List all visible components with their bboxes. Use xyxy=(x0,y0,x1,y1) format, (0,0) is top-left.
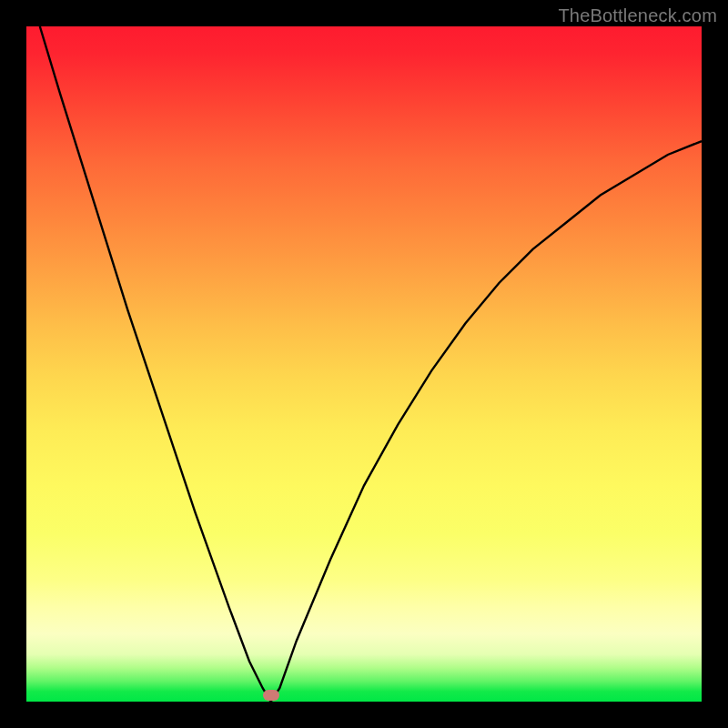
curve-layer xyxy=(26,26,702,702)
plot-area xyxy=(26,26,702,702)
chart-frame: TheBottleneck.com xyxy=(0,0,728,728)
optimal-point-marker xyxy=(263,690,279,701)
watermark-text: TheBottleneck.com xyxy=(558,5,717,26)
bottleneck-curve xyxy=(40,26,702,702)
